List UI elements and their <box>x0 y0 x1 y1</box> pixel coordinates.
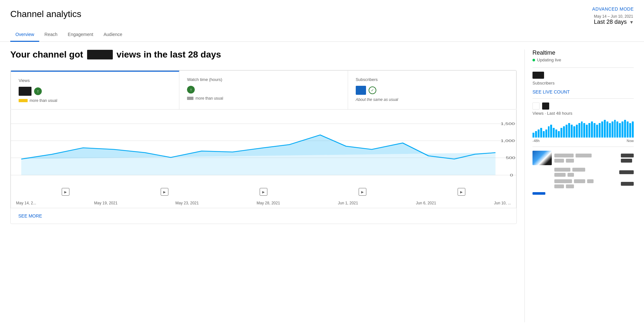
views-trend-label: more than usual <box>30 98 57 103</box>
bar <box>606 121 608 138</box>
bar <box>629 123 631 138</box>
bar <box>573 126 575 138</box>
views-headline: Your channel got views in the last 28 da… <box>10 49 517 60</box>
tab-audience[interactable]: Audience <box>98 28 127 42</box>
bar <box>538 129 540 138</box>
bar <box>624 120 626 138</box>
bar <box>540 128 542 138</box>
chart-x-labels: May 14, 2... May 19, 2021 May 23, 2021 M… <box>11 198 516 208</box>
bar <box>604 120 606 138</box>
views-value-box <box>19 87 31 96</box>
views-48h-box-light <box>532 103 540 110</box>
bar <box>553 128 555 138</box>
subscribers-check: ✓ <box>369 86 376 94</box>
bar <box>619 123 621 138</box>
thumb-stat2-gray-4 <box>568 173 574 177</box>
bar <box>581 121 583 138</box>
views-label: Views <box>19 78 171 83</box>
bar <box>583 123 585 138</box>
bar <box>627 121 629 138</box>
tabs-bar: Overview Reach Engagement Audience <box>0 28 644 42</box>
bar <box>596 125 598 138</box>
line-chart: 1,500 1,000 500 0 ▶ ▶ ▶ <box>11 110 516 208</box>
bar <box>548 126 550 138</box>
watch-time-trend-label: more than usual <box>195 96 223 101</box>
thumbnails-section <box>532 151 634 188</box>
see-more-button[interactable]: SEE MORE <box>11 208 516 224</box>
watch-time-trend-bar <box>187 97 193 100</box>
bar <box>601 121 603 138</box>
svg-text:1,000: 1,000 <box>501 139 515 143</box>
thumbnail-1 <box>532 151 552 165</box>
tab-reach[interactable]: Reach <box>39 28 62 42</box>
date-range-small: May 14 – Jun 10, 2021 <box>594 14 634 19</box>
blue-bar-bottom <box>532 192 545 195</box>
realtime-sub-box <box>532 72 544 79</box>
svg-text:0: 0 <box>510 173 513 177</box>
bar <box>560 128 562 138</box>
bar-chart-time-labels: -48h Now <box>532 139 634 143</box>
thumb-stat2-gray-1 <box>554 168 570 172</box>
play-icon-1[interactable]: ▶ <box>62 188 69 196</box>
thumbnail-row-2[interactable] <box>532 168 634 177</box>
svg-text:500: 500 <box>506 156 515 160</box>
tab-overview[interactable]: Overview <box>10 28 39 42</box>
bar <box>576 125 578 138</box>
bar <box>609 123 611 138</box>
bar <box>532 133 534 138</box>
see-live-count-button[interactable]: SEE LIVE COUNT <box>532 89 634 94</box>
play-icon-5[interactable]: ▶ <box>458 188 465 196</box>
views-up-arrow: ↑ <box>34 87 42 95</box>
play-icon-2[interactable]: ▶ <box>161 188 168 196</box>
date-range-large: Last 28 days <box>594 19 627 25</box>
bar <box>612 121 613 138</box>
realtime-sub-label: Subscribers <box>532 81 634 85</box>
thumb-stat-gray-4 <box>566 159 574 163</box>
play-icon-3[interactable]: ▶ <box>260 188 267 196</box>
live-label: Updating live <box>537 58 561 62</box>
svg-text:1,500: 1,500 <box>501 122 515 126</box>
thumb-stat-gray-2 <box>576 154 592 157</box>
bar <box>594 123 595 138</box>
bar <box>571 125 573 138</box>
thumbnail-row-1[interactable] <box>532 151 634 165</box>
thumb-stat2-gray-2 <box>572 168 585 172</box>
tab-engagement[interactable]: Engagement <box>63 28 98 42</box>
thumb-stat3-gray-5 <box>566 184 574 188</box>
thumb-stat-gray-3 <box>554 159 564 163</box>
watch-time-up-arrow: ↑ <box>187 86 195 94</box>
realtime-bar-chart <box>532 118 634 138</box>
stat-card-subscribers[interactable]: Subscribers ✓ About the same as usual <box>348 71 516 109</box>
headline-prefix: Your channel got <box>10 49 83 60</box>
watch-time-label: Watch time (hours) <box>187 77 340 82</box>
thumb-stat3-gray-3 <box>587 179 594 183</box>
subscribers-label: Subscribers <box>356 77 508 82</box>
subscribers-trend-label: About the same as usual <box>356 97 398 102</box>
thumbnail-row-3[interactable] <box>532 179 634 188</box>
stat-card-watch-time[interactable]: Watch time (hours) ↑ more than usual <box>179 71 348 109</box>
realtime-title: Realtime <box>532 49 634 56</box>
live-dot <box>532 59 535 61</box>
thumb-stat3-gray-4 <box>554 184 564 188</box>
views-redacted <box>87 50 113 59</box>
bar <box>566 125 568 138</box>
advanced-mode-button[interactable]: ADVANCED MODE <box>592 6 634 12</box>
bar <box>543 131 545 138</box>
thumb-stat-dark-1 <box>621 154 634 157</box>
views-trend-bar <box>19 99 28 102</box>
bar <box>622 121 623 138</box>
thumb-stat3-gray-1 <box>554 179 572 183</box>
bar <box>535 131 537 138</box>
bar <box>568 123 570 138</box>
bar <box>550 125 552 138</box>
bar <box>599 123 601 138</box>
bar <box>616 121 618 138</box>
date-dropdown-arrow[interactable]: ▼ <box>629 20 634 25</box>
page-title: Channel analytics <box>10 6 81 19</box>
play-icon-4[interactable]: ▶ <box>359 188 366 196</box>
subscribers-value-box <box>356 86 366 95</box>
stat-card-views[interactable]: Views ↑ more than usual <box>11 71 179 109</box>
headline-suffix: views in the last 28 days <box>117 49 221 60</box>
bar <box>545 129 547 138</box>
views-48h-box-dark <box>542 103 549 110</box>
